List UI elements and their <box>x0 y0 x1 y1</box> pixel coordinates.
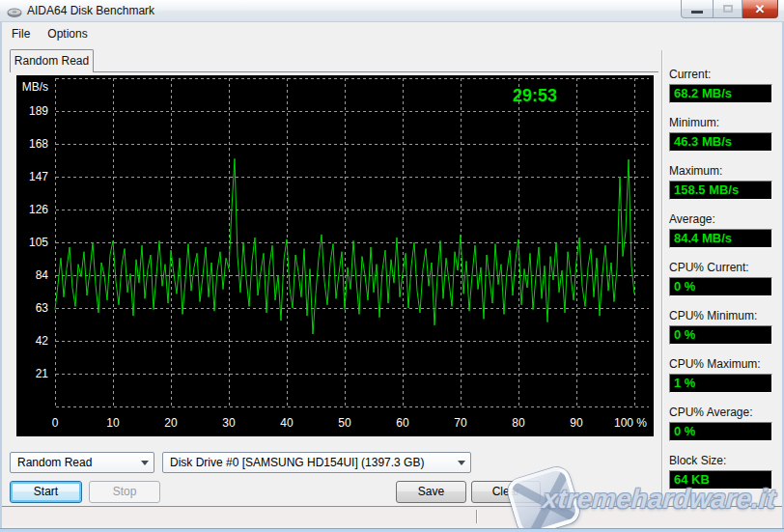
tab-random-read[interactable]: Random Read <box>10 49 94 72</box>
stat-label: Maximum: <box>669 164 775 179</box>
benchmark-type-value: Random Read <box>17 456 92 469</box>
x-axis-tick-label: 50 <box>338 416 351 430</box>
menu-file[interactable]: File <box>4 25 38 42</box>
aida64-disk-benchmark-window: AIDA64 Disk Benchmark ✕ File Options Ran… <box>0 0 784 532</box>
y-axis-tick-label: 84 <box>36 268 49 282</box>
stat-label: Current: <box>669 68 775 82</box>
stat-group-current: Current:68.2 MB/s <box>669 68 775 103</box>
title-bar[interactable]: AIDA64 Disk Benchmark ✕ <box>0 0 784 22</box>
x-axis-tick-label: 90 <box>570 416 583 430</box>
y-axis-tick-label: 105 <box>29 236 48 249</box>
status-bar-separator <box>476 510 478 523</box>
stat-label: CPU% Maximum: <box>669 357 775 372</box>
stat-label: Average: <box>669 212 775 227</box>
stat-label: Block Size: <box>669 454 775 468</box>
elapsed-timer: 29:53 <box>513 86 557 105</box>
stat-group-maximum: Maximum:158.5 MB/s <box>669 164 775 200</box>
stat-value: 0 % <box>669 277 772 296</box>
disk-icon <box>7 4 22 19</box>
stat-label: CPU% Average: <box>669 406 775 420</box>
x-axis-tick-label: 20 <box>164 416 178 430</box>
start-button[interactable]: Start <box>10 481 82 503</box>
y-axis-tick-label: 168 <box>29 137 48 151</box>
y-axis-tick-label: 189 <box>29 104 48 118</box>
x-axis-tick-label: 100 % <box>614 416 647 430</box>
status-bar <box>2 506 782 525</box>
menu-options[interactable]: Options <box>40 25 95 42</box>
window-border-left <box>0 22 2 532</box>
y-axis-tick-label: 42 <box>36 334 49 348</box>
clear-button[interactable]: Clear <box>471 481 541 503</box>
disk-drive-select[interactable]: Disk Drive #0 [SAMSUNG HD154UI] (1397.3 … <box>162 452 471 473</box>
stop-button[interactable]: Stop <box>89 481 160 503</box>
stat-value: 64 KB <box>669 470 772 490</box>
x-axis-tick-label: 40 <box>280 416 294 430</box>
menu-bar: File Options <box>2 23 782 43</box>
chart-canvas: MB/s189168147126105846342210102030405060… <box>16 75 654 436</box>
stat-group-average: Average:84.4 MB/s <box>669 212 775 248</box>
x-axis-tick-label: 80 <box>512 416 525 430</box>
y-axis-tick-label: 147 <box>29 170 48 183</box>
x-axis-tick-label: 0 <box>52 416 59 430</box>
stat-group-cpu-minimum: CPU% Minimum:0 % <box>669 309 775 345</box>
chevron-down-icon <box>141 461 149 465</box>
save-button[interactable]: Save <box>396 481 466 503</box>
maximize-icon <box>723 5 733 13</box>
stat-value: 46.3 MB/s <box>669 132 772 152</box>
stat-group-block-size: Block Size:64 KB <box>669 454 775 490</box>
x-axis-tick-label: 60 <box>396 416 409 430</box>
disk-drive-value: Disk Drive #0 [SAMSUNG HD154UI] (1397.3 … <box>170 456 424 469</box>
x-axis-tick-label: 70 <box>454 416 467 430</box>
panel-divider <box>661 50 663 500</box>
benchmark-chart: MB/s189168147126105846342210102030405060… <box>16 75 654 436</box>
stat-group-cpu-current: CPU% Current:0 % <box>669 261 775 296</box>
close-icon: ✕ <box>755 3 766 15</box>
stat-value: 0 % <box>669 422 772 441</box>
stat-value: 84.4 MB/s <box>669 229 772 248</box>
stat-value: 68.2 MB/s <box>669 84 772 103</box>
stat-value: 0 % <box>669 325 772 345</box>
y-axis-tick-label: 126 <box>29 203 48 216</box>
maximize-button[interactable] <box>714 0 742 18</box>
stat-value: 158.5 MB/s <box>669 181 772 200</box>
y-axis-unit-label: MB/s <box>22 80 48 94</box>
minimize-button[interactable] <box>681 0 714 18</box>
stat-group-cpu-average: CPU% Average:0 % <box>669 406 775 441</box>
stat-label: CPU% Current: <box>669 261 775 275</box>
window-title: AIDA64 Disk Benchmark <box>27 4 154 17</box>
x-axis-tick-label: 30 <box>222 416 236 430</box>
stat-label: Minimum: <box>669 116 775 130</box>
minimize-icon <box>691 11 703 14</box>
stat-label: CPU% Minimum: <box>669 309 775 323</box>
tab-strip-line <box>10 71 658 72</box>
benchmark-type-select[interactable]: Random Read <box>10 452 154 473</box>
x-axis-tick-label: 10 <box>106 416 120 430</box>
stat-value: 1 % <box>669 374 772 393</box>
chevron-down-icon <box>458 461 465 465</box>
y-axis-tick-label: 63 <box>36 301 49 315</box>
stat-group-minimum: Minimum:46.3 MB/s <box>669 116 775 152</box>
stat-group-cpu-maximum: CPU% Maximum:1 % <box>669 357 775 393</box>
close-button[interactable]: ✕ <box>742 0 778 18</box>
y-axis-tick-label: 21 <box>36 367 49 380</box>
window-border-bottom <box>0 528 784 532</box>
